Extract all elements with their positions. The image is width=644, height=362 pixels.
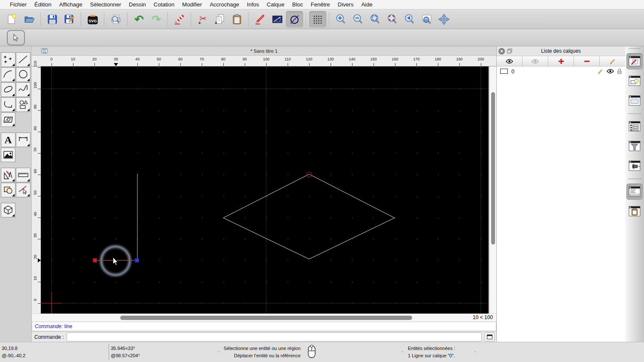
dimension-tool-button[interactable] (16, 133, 30, 147)
dock-handle (629, 48, 640, 51)
measure-tool-button[interactable] (16, 168, 30, 182)
menu-selectionner[interactable]: Sélectionner (86, 0, 125, 9)
save-icon (46, 13, 58, 25)
add-layer-button[interactable] (548, 56, 574, 66)
copy-button[interactable]: + (211, 11, 228, 27)
menu-fichier[interactable]: Fichier (6, 0, 30, 9)
clipboard-dock-button[interactable] (626, 203, 643, 220)
points-tool-button[interactable] (1, 52, 15, 67)
command-detach-button[interactable] (484, 332, 495, 341)
layer-visible-icon[interactable] (607, 69, 614, 74)
zoom-window-button[interactable] (418, 11, 435, 27)
library-browser-dock-button[interactable] (626, 93, 643, 109)
command-line-dock-button[interactable] (626, 184, 643, 200)
circle-tool-button[interactable] (16, 67, 30, 82)
v-ruler-label: 110 (33, 57, 38, 70)
modify-tool-button[interactable] (1, 168, 15, 182)
entity-list-dock-button[interactable] (626, 118, 643, 135)
command-widget-dock-button[interactable] (626, 158, 643, 174)
layer-list-dock-button[interactable] (626, 53, 643, 69)
h-ruler-label: 90 (238, 57, 251, 61)
save-as-button[interactable] (61, 11, 78, 27)
spline-tool-button[interactable] (16, 82, 30, 97)
delete-button[interactable] (171, 11, 188, 27)
menu-bloc[interactable]: Bloc (288, 0, 307, 9)
zoom-out-button[interactable] (349, 11, 367, 27)
menu-affichage[interactable]: Affichage (55, 0, 86, 9)
h-ruler-label: 110 (281, 57, 294, 61)
cut-button[interactable]: ✂+ (194, 11, 211, 27)
active-tool-select-button[interactable] (7, 30, 25, 45)
save-button[interactable] (44, 11, 61, 27)
menu-infos[interactable]: Infos (243, 0, 263, 9)
redo-button[interactable]: ↷ (148, 11, 165, 27)
toolbar-separator (167, 13, 168, 26)
svg-export-button[interactable]: SVG (84, 11, 101, 27)
h-ruler-label: 50 (152, 57, 165, 61)
block-list-dock-button[interactable] (626, 73, 643, 89)
zoom-previous-button[interactable] (401, 11, 418, 27)
hide-all-layers-button[interactable] (522, 56, 548, 66)
menu-accrochage[interactable]: Accrochage (206, 0, 243, 9)
new-file-button[interactable] (3, 11, 21, 27)
h-ruler-label: 60 (174, 57, 187, 61)
edit-layer-button[interactable] (600, 56, 625, 66)
v-ruler-label: 10 (33, 272, 38, 285)
horizontal-scrollbar[interactable]: 10 < 100 (32, 314, 496, 322)
undo-button[interactable]: ↶ (131, 11, 148, 27)
h-ruler-label: 100 (260, 57, 273, 61)
open-file-button[interactable] (21, 11, 38, 27)
paste-button[interactable] (228, 11, 246, 27)
menu-fenetre[interactable]: Fenêtre (307, 0, 334, 9)
polygon-tool-button[interactable] (16, 97, 30, 112)
menu-dessin[interactable]: Dessin (125, 0, 150, 9)
horizontal-ruler: 0102030405060708090100110120130140150160… (32, 56, 496, 66)
select-entity-tool-button[interactable] (16, 183, 30, 197)
pen-attributes-button[interactable] (252, 11, 269, 27)
pan-icon (438, 13, 450, 25)
polyline-tool-button[interactable] (1, 97, 15, 112)
cube-3d-tool-button[interactable] (1, 203, 15, 217)
layer-color-swatch[interactable] (500, 69, 508, 74)
remove-layer-button[interactable] (574, 56, 600, 66)
tool-options-toolbar (0, 29, 644, 46)
zoom-selection-button[interactable] (384, 11, 401, 27)
layer-row[interactable]: 0 (497, 66, 625, 76)
menu-modifier[interactable]: Modifier (178, 0, 206, 9)
entity-list-dock-icon (629, 121, 641, 133)
pan-button[interactable] (435, 11, 453, 27)
command-input[interactable] (67, 332, 482, 341)
tool-palette: A (0, 46, 32, 342)
filter-dock-button[interactable] (626, 138, 643, 154)
menu-edition[interactable]: Édition (30, 0, 55, 9)
menu-calque[interactable]: Calque (263, 0, 288, 9)
zoom-auto-button[interactable] (367, 11, 384, 27)
drawing-canvas[interactable] (41, 66, 489, 314)
menu-aide[interactable]: Aide (357, 0, 376, 9)
layer-name: 0 (511, 68, 597, 75)
print-preview-icon (110, 13, 122, 25)
eye-closed-icon (532, 59, 539, 64)
image-tool-button[interactable] (1, 148, 15, 162)
zoom-in-button[interactable] (332, 11, 349, 27)
layer-lock-icon[interactable] (617, 68, 622, 74)
draft-mode-button[interactable] (286, 11, 303, 27)
print-preview-button[interactable] (107, 11, 125, 27)
menu-cotation[interactable]: Cotation (150, 0, 178, 9)
hatch-tool-button[interactable] (1, 112, 15, 127)
text-tool-button[interactable]: A (1, 133, 15, 147)
block-tool-button[interactable] (1, 183, 15, 197)
h-ruler-label: 140 (346, 57, 358, 61)
line-tool-button[interactable] (16, 52, 30, 67)
menu-divers[interactable]: Divers (334, 0, 358, 9)
ellipse-tool-button[interactable] (1, 82, 15, 97)
horizontal-scrollbar-thumb[interactable] (120, 316, 412, 320)
layer-edit-icon[interactable] (597, 68, 604, 75)
vertical-scrollbar-thumb[interactable] (491, 92, 495, 244)
v-ruler-label: 80 (33, 122, 38, 135)
show-all-layers-button[interactable] (497, 56, 522, 66)
grid-toggle-button[interactable] (309, 11, 326, 27)
distance-attributes-button[interactable] (269, 11, 286, 27)
arc-tool-button[interactable] (1, 67, 15, 82)
vertical-scrollbar[interactable] (489, 66, 496, 314)
